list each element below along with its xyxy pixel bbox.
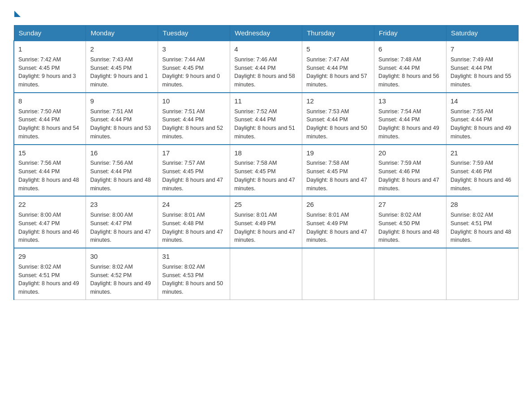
day-info: Sunrise: 7:58 AMSunset: 4:45 PMDaylight:…	[306, 160, 367, 191]
col-header-thursday: Thursday	[302, 26, 374, 41]
day-info: Sunrise: 8:01 AMSunset: 4:49 PMDaylight:…	[234, 212, 295, 243]
day-info: Sunrise: 7:54 AMSunset: 4:44 PMDaylight:…	[378, 108, 439, 140]
day-info: Sunrise: 7:58 AMSunset: 4:45 PMDaylight:…	[234, 160, 295, 191]
calendar-cell: 18 Sunrise: 7:58 AMSunset: 4:45 PMDaylig…	[230, 145, 302, 197]
day-info: Sunrise: 7:44 AMSunset: 4:45 PMDaylight:…	[162, 56, 220, 88]
day-number: 19	[306, 148, 370, 158]
day-number: 20	[378, 148, 442, 158]
calendar-cell	[446, 248, 519, 300]
day-info: Sunrise: 8:00 AMSunset: 4:47 PMDaylight:…	[18, 212, 79, 243]
day-info: Sunrise: 7:42 AMSunset: 4:45 PMDaylight:…	[18, 56, 76, 88]
day-number: 30	[90, 252, 154, 261]
page-header	[13, 9, 519, 16]
day-info: Sunrise: 7:49 AMSunset: 4:44 PMDaylight:…	[450, 56, 511, 88]
day-number: 17	[162, 148, 226, 158]
day-number: 15	[18, 148, 82, 158]
logo	[13, 9, 21, 16]
calendar-cell: 30 Sunrise: 8:02 AMSunset: 4:52 PMDaylig…	[86, 248, 158, 300]
calendar-cell: 9 Sunrise: 7:51 AMSunset: 4:44 PMDayligh…	[86, 93, 158, 145]
day-info: Sunrise: 8:02 AMSunset: 4:50 PMDaylight:…	[378, 212, 439, 243]
day-info: Sunrise: 8:00 AMSunset: 4:47 PMDaylight:…	[90, 212, 151, 243]
day-number: 26	[306, 200, 370, 210]
day-info: Sunrise: 8:02 AMSunset: 4:52 PMDaylight:…	[90, 264, 151, 295]
day-info: Sunrise: 7:52 AMSunset: 4:44 PMDaylight:…	[234, 108, 295, 140]
calendar-cell: 27 Sunrise: 8:02 AMSunset: 4:50 PMDaylig…	[374, 196, 446, 248]
day-number: 13	[378, 96, 442, 106]
day-info: Sunrise: 8:02 AMSunset: 4:51 PMDaylight:…	[18, 264, 79, 295]
day-number: 27	[378, 200, 442, 210]
day-info: Sunrise: 7:59 AMSunset: 4:46 PMDaylight:…	[378, 160, 439, 191]
calendar-week-row: 15 Sunrise: 7:56 AMSunset: 4:44 PMDaylig…	[14, 145, 519, 197]
calendar-cell: 21 Sunrise: 7:59 AMSunset: 4:46 PMDaylig…	[446, 145, 519, 197]
day-info: Sunrise: 8:02 AMSunset: 4:53 PMDaylight:…	[162, 264, 223, 295]
day-info: Sunrise: 7:43 AMSunset: 4:45 PMDaylight:…	[90, 56, 148, 88]
calendar-cell: 29 Sunrise: 8:02 AMSunset: 4:51 PMDaylig…	[14, 248, 86, 300]
day-number: 6	[378, 44, 442, 54]
day-info: Sunrise: 7:57 AMSunset: 4:45 PMDaylight:…	[162, 160, 223, 191]
day-info: Sunrise: 7:56 AMSunset: 4:44 PMDaylight:…	[18, 160, 79, 191]
calendar-cell: 16 Sunrise: 7:56 AMSunset: 4:44 PMDaylig…	[86, 145, 158, 197]
calendar-cell: 8 Sunrise: 7:50 AMSunset: 4:44 PMDayligh…	[14, 93, 86, 145]
day-number: 21	[450, 148, 514, 158]
day-info: Sunrise: 7:48 AMSunset: 4:44 PMDaylight:…	[378, 56, 439, 88]
calendar-week-row: 8 Sunrise: 7:50 AMSunset: 4:44 PMDayligh…	[14, 93, 519, 145]
calendar-cell: 2 Sunrise: 7:43 AMSunset: 4:45 PMDayligh…	[86, 41, 158, 93]
calendar-cell: 12 Sunrise: 7:53 AMSunset: 4:44 PMDaylig…	[302, 93, 374, 145]
calendar-cell	[374, 248, 446, 300]
calendar-table: SundayMondayTuesdayWednesdayThursdayFrid…	[13, 25, 519, 300]
day-number: 7	[450, 44, 514, 54]
day-info: Sunrise: 7:55 AMSunset: 4:44 PMDaylight:…	[450, 108, 511, 140]
day-info: Sunrise: 7:47 AMSunset: 4:44 PMDaylight:…	[306, 56, 367, 88]
calendar-cell: 17 Sunrise: 7:57 AMSunset: 4:45 PMDaylig…	[158, 145, 230, 197]
day-number: 22	[18, 200, 82, 210]
day-number: 11	[234, 96, 298, 106]
day-info: Sunrise: 7:50 AMSunset: 4:44 PMDaylight:…	[18, 108, 79, 140]
calendar-cell: 28 Sunrise: 8:02 AMSunset: 4:51 PMDaylig…	[446, 196, 519, 248]
calendar-week-row: 29 Sunrise: 8:02 AMSunset: 4:51 PMDaylig…	[14, 248, 519, 300]
day-number: 14	[450, 96, 514, 106]
calendar-header-row: SundayMondayTuesdayWednesdayThursdayFrid…	[14, 26, 519, 41]
calendar-cell: 23 Sunrise: 8:00 AMSunset: 4:47 PMDaylig…	[86, 196, 158, 248]
calendar-cell	[302, 248, 374, 300]
calendar-cell: 26 Sunrise: 8:01 AMSunset: 4:49 PMDaylig…	[302, 196, 374, 248]
calendar-cell: 15 Sunrise: 7:56 AMSunset: 4:44 PMDaylig…	[14, 145, 86, 197]
day-info: Sunrise: 7:56 AMSunset: 4:44 PMDaylight:…	[90, 160, 151, 191]
col-header-sunday: Sunday	[14, 26, 86, 41]
calendar-week-row: 1 Sunrise: 7:42 AMSunset: 4:45 PMDayligh…	[14, 41, 519, 93]
day-number: 8	[18, 96, 82, 106]
day-info: Sunrise: 7:59 AMSunset: 4:46 PMDaylight:…	[450, 160, 511, 191]
day-info: Sunrise: 7:46 AMSunset: 4:44 PMDaylight:…	[234, 56, 295, 88]
day-number: 23	[90, 200, 154, 210]
col-header-monday: Monday	[86, 26, 158, 41]
col-header-wednesday: Wednesday	[230, 26, 302, 41]
calendar-cell: 4 Sunrise: 7:46 AMSunset: 4:44 PMDayligh…	[230, 41, 302, 93]
calendar-cell: 24 Sunrise: 8:01 AMSunset: 4:48 PMDaylig…	[158, 196, 230, 248]
day-info: Sunrise: 7:51 AMSunset: 4:44 PMDaylight:…	[90, 108, 151, 140]
day-number: 24	[162, 200, 226, 210]
col-header-friday: Friday	[374, 26, 446, 41]
day-number: 12	[306, 96, 370, 106]
day-info: Sunrise: 8:01 AMSunset: 4:49 PMDaylight:…	[306, 212, 367, 243]
col-header-tuesday: Tuesday	[158, 26, 230, 41]
calendar-cell: 20 Sunrise: 7:59 AMSunset: 4:46 PMDaylig…	[374, 145, 446, 197]
calendar-cell: 1 Sunrise: 7:42 AMSunset: 4:45 PMDayligh…	[14, 41, 86, 93]
day-info: Sunrise: 7:51 AMSunset: 4:44 PMDaylight:…	[162, 108, 223, 140]
day-info: Sunrise: 7:53 AMSunset: 4:44 PMDaylight:…	[306, 108, 367, 140]
calendar-cell: 6 Sunrise: 7:48 AMSunset: 4:44 PMDayligh…	[374, 41, 446, 93]
calendar-cell: 19 Sunrise: 7:58 AMSunset: 4:45 PMDaylig…	[302, 145, 374, 197]
calendar-cell: 13 Sunrise: 7:54 AMSunset: 4:44 PMDaylig…	[374, 93, 446, 145]
calendar-cell: 11 Sunrise: 7:52 AMSunset: 4:44 PMDaylig…	[230, 93, 302, 145]
calendar-cell: 22 Sunrise: 8:00 AMSunset: 4:47 PMDaylig…	[14, 196, 86, 248]
day-number: 28	[450, 200, 514, 210]
day-number: 18	[234, 148, 298, 158]
calendar-cell: 31 Sunrise: 8:02 AMSunset: 4:53 PMDaylig…	[158, 248, 230, 300]
day-number: 31	[162, 252, 226, 261]
calendar-cell: 3 Sunrise: 7:44 AMSunset: 4:45 PMDayligh…	[158, 41, 230, 93]
day-number: 25	[234, 200, 298, 210]
day-number: 1	[18, 44, 82, 54]
day-number: 5	[306, 44, 370, 54]
calendar-week-row: 22 Sunrise: 8:00 AMSunset: 4:47 PMDaylig…	[14, 196, 519, 248]
day-number: 29	[18, 252, 82, 261]
calendar-cell: 10 Sunrise: 7:51 AMSunset: 4:44 PMDaylig…	[158, 93, 230, 145]
calendar-cell: 25 Sunrise: 8:01 AMSunset: 4:49 PMDaylig…	[230, 196, 302, 248]
